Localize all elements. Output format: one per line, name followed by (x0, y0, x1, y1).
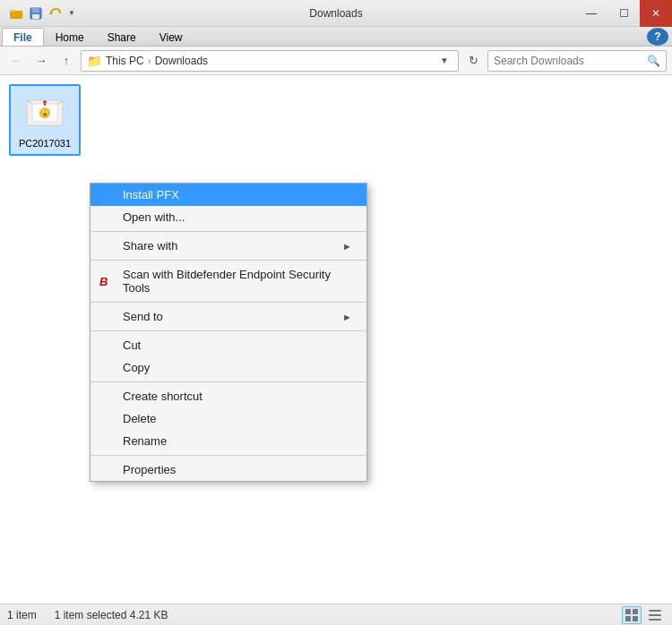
bitdefender-icon: B (99, 275, 108, 288)
path-downloads: Downloads (155, 55, 208, 67)
ctx-sep-4 (90, 330, 366, 331)
window-title: Downloads (0, 7, 672, 20)
ctx-sep-2 (90, 260, 366, 261)
title-bar: ▼ Downloads — ☐ ✕ (0, 0, 672, 27)
item-count: 1 item (7, 609, 37, 621)
selection-info: 1 item selected 4.21 KB (55, 609, 168, 621)
ctx-share-with[interactable]: Share with ► (90, 235, 366, 257)
title-bar-controls: — ☐ ✕ (575, 0, 672, 27)
search-icon[interactable]: 🔍 (647, 55, 660, 67)
ctx-send-to[interactable]: Send to ► (90, 305, 366, 328)
ctx-rename-label: Rename (123, 434, 167, 448)
file-area: ★ PC2017031 Install PFX Open with... Sha… (0, 75, 672, 604)
search-input[interactable] (494, 55, 643, 67)
svg-rect-19 (649, 619, 661, 621)
ctx-send-to-arrow: ► (342, 312, 352, 322)
ctx-cut-label: Cut (123, 338, 141, 352)
status-right (622, 606, 665, 624)
large-icons-view-button[interactable] (622, 606, 642, 624)
maximize-button[interactable]: ☐ (607, 0, 640, 27)
ctx-install-pfx[interactable]: Install PFX (90, 184, 366, 206)
file-icon: ★ (23, 91, 66, 134)
ctx-sep-1 (90, 231, 366, 232)
ctx-properties-label: Properties (123, 463, 176, 476)
svg-rect-1 (10, 10, 15, 13)
path-this-pc[interactable]: This PC (106, 55, 144, 67)
path-dropdown-arrow[interactable]: ▼ (436, 51, 452, 71)
qat-dropdown-arrow[interactable]: ▼ (66, 4, 77, 22)
ctx-scan-label: Scan with Bitdefender Endpoint Security … (123, 268, 352, 295)
ctx-install-pfx-label: Install PFX (123, 188, 179, 201)
ctx-open-with-label: Open with... (123, 210, 185, 224)
qat-undo-icon[interactable] (47, 4, 65, 22)
ctx-properties[interactable]: Properties (90, 458, 366, 481)
svg-rect-3 (32, 8, 39, 13)
ctx-share-with-label: Share with (123, 239, 177, 253)
search-box[interactable]: 🔍 (487, 50, 667, 72)
tab-share[interactable]: Share (96, 28, 148, 46)
ctx-copy-label: Copy (123, 361, 150, 374)
svg-rect-15 (625, 616, 631, 621)
file-item[interactable]: ★ PC2017031 (9, 84, 81, 156)
svg-rect-16 (633, 616, 638, 621)
close-button[interactable]: ✕ (640, 0, 672, 27)
back-button[interactable]: ← (5, 50, 27, 72)
ctx-create-shortcut-label: Create shortcut (123, 390, 202, 403)
tab-view[interactable]: View (148, 28, 194, 46)
quick-access-toolbar: ▼ (7, 4, 77, 22)
details-view-button[interactable] (645, 606, 665, 624)
ctx-rename[interactable]: Rename (90, 430, 366, 452)
ctx-sep-3 (90, 302, 366, 303)
svg-rect-13 (625, 609, 631, 614)
title-bar-left: ▼ (7, 4, 84, 22)
svg-rect-14 (633, 609, 638, 614)
file-label: PC2017031 (19, 138, 71, 149)
ctx-copy[interactable]: Copy (90, 356, 366, 379)
minimize-button[interactable]: — (575, 0, 607, 27)
qat-folder-icon[interactable] (7, 4, 25, 22)
context-menu: Install PFX Open with... Share with ► B … (90, 183, 367, 482)
up-button[interactable]: ↑ (56, 50, 77, 72)
main-area: ★ PC2017031 Install PFX Open with... Sha… (0, 75, 672, 604)
path-sep-1: › (148, 55, 151, 67)
ctx-scan-bitdefender[interactable]: B Scan with Bitdefender Endpoint Securit… (90, 263, 366, 299)
ctx-delete[interactable]: Delete (90, 407, 366, 430)
ctx-open-with[interactable]: Open with... (90, 206, 366, 228)
address-bar: ← → ↑ 📁 This PC › Downloads ▼ ↻ 🔍 (0, 47, 672, 75)
ctx-share-with-arrow: ► (342, 241, 352, 252)
tab-file[interactable]: File (2, 28, 44, 46)
ctx-create-shortcut[interactable]: Create shortcut (90, 385, 366, 407)
svg-rect-4 (32, 14, 39, 19)
svg-text:★: ★ (42, 111, 47, 117)
status-left: 1 item 1 item selected 4.21 KB (7, 609, 168, 621)
ctx-cut[interactable]: Cut (90, 334, 366, 356)
svg-rect-18 (649, 614, 661, 616)
ctx-delete-label: Delete (123, 412, 157, 425)
ctx-send-to-label: Send to (123, 310, 163, 323)
ctx-sep-5 (90, 381, 366, 382)
status-bar: 1 item 1 item selected 4.21 KB (0, 604, 672, 625)
address-path[interactable]: 📁 This PC › Downloads ▼ (81, 50, 459, 72)
qat-save-icon[interactable] (27, 4, 45, 22)
forward-button[interactable]: → (30, 50, 52, 72)
help-button[interactable]: ? (647, 28, 668, 46)
tab-home[interactable]: Home (44, 28, 96, 46)
svg-rect-17 (649, 610, 661, 612)
ctx-sep-6 (90, 455, 366, 456)
refresh-button[interactable]: ↻ (462, 50, 484, 72)
ribbon-tabs: File Home Share View ? (0, 27, 672, 47)
path-folder-icon: 📁 (87, 54, 102, 68)
